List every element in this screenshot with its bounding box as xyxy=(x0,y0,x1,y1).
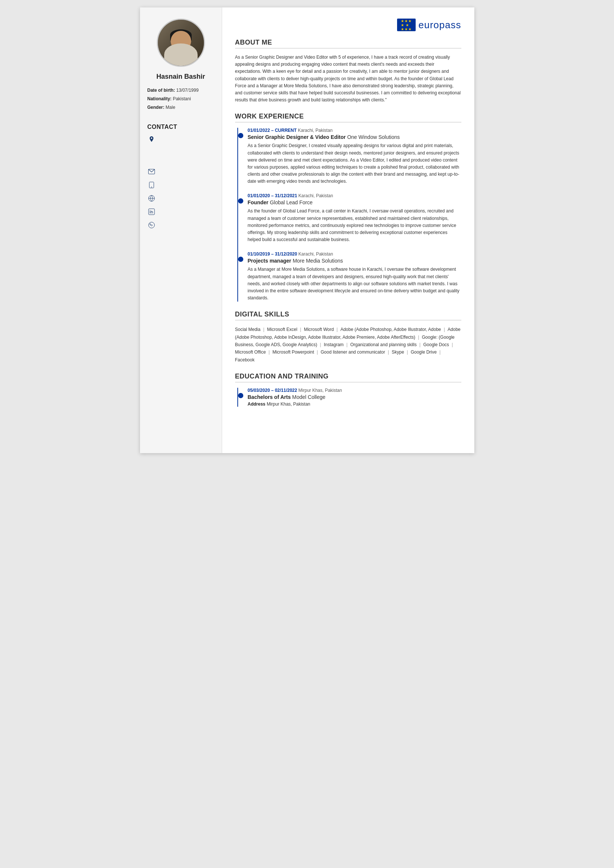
education-title: EDUCATION AND TRAINING xyxy=(235,372,461,383)
work-date-1: 01/01/2022 – CURRENT Karachi, Pakistan xyxy=(248,128,461,133)
contact-linkedin xyxy=(147,208,214,216)
skill-12: Google Drive xyxy=(411,349,437,355)
work-title-2: Founder Global Lead Force xyxy=(248,200,461,205)
europass-logo: ★★★★ ★★★★ europass xyxy=(397,19,461,31)
main-content: ★★★★ ★★★★ europass ABOUT ME As a Senior … xyxy=(222,8,474,453)
timeline-dot-1 xyxy=(238,133,243,138)
person-name: Hasnain Bashir xyxy=(157,73,205,81)
skill-13: Facebook xyxy=(235,357,255,363)
about-title: ABOUT ME xyxy=(235,39,461,49)
skill-3: Adobe (Adobe Photoshop, Adobe Illustrato… xyxy=(340,327,441,332)
resume-page: Hasnain Bashir Date of birth: 13/07/1999… xyxy=(140,8,474,453)
work-entry-2: 01/01/2020 – 31/12/2021 Karachi, Pakista… xyxy=(241,193,461,243)
gender-row: Gender: Male xyxy=(147,104,214,111)
edu-title-1: Bachelors of Arts Model College xyxy=(248,394,461,400)
europass-header: ★★★★ ★★★★ europass xyxy=(235,19,461,31)
work-timeline: 01/01/2022 – CURRENT Karachi, Pakistan S… xyxy=(235,128,461,302)
work-desc-3: As a Manager at More Media Solutions, a … xyxy=(248,266,461,302)
work-title: WORK EXPERIENCE xyxy=(235,113,461,122)
sidebar: Hasnain Bashir Date of birth: 13/07/1999… xyxy=(140,8,222,453)
edu-dot-1 xyxy=(238,393,243,398)
contact-location xyxy=(147,136,214,144)
education-timeline: 05/03/2020 – 02/11/2022 Mirpur Khas, Pak… xyxy=(235,388,461,407)
contact-phone xyxy=(147,181,214,189)
skill-10: Microsoft Powerpoint xyxy=(272,349,314,355)
skill-7: Organizational and planning skills xyxy=(350,342,417,347)
work-title-1: Senior Graphic Designer & Video Editor O… xyxy=(248,134,461,140)
contact-title: CONTACT xyxy=(147,124,214,130)
about-section: ABOUT ME As a Senior Graphic Designer an… xyxy=(235,39,461,104)
phone-icon xyxy=(147,181,156,189)
work-title-3: Projects manager More Media Solutions xyxy=(248,258,461,264)
skill-6: Instagram xyxy=(324,342,344,347)
web-icon xyxy=(147,194,156,202)
contact-web xyxy=(147,194,214,202)
skill-0: Social Media xyxy=(235,327,261,332)
eu-flag: ★★★★ ★★★★ xyxy=(397,19,416,31)
email-icon xyxy=(147,167,156,176)
work-desc-2: As the founder of Global Lead Force, a c… xyxy=(248,208,461,243)
timeline-dot-3 xyxy=(238,257,243,262)
edu-date-1: 05/03/2020 – 02/11/2022 Mirpur Khas, Pak… xyxy=(248,388,461,393)
dob-row: Date of birth: 13/07/1999 xyxy=(147,87,214,94)
linkedin-icon xyxy=(147,208,156,216)
contact-section: CONTACT xyxy=(147,124,214,234)
skill-good-listener: Good listener and communicator xyxy=(321,349,385,355)
skills-title: DIGITAL SKILLS xyxy=(235,310,461,321)
nationality-row: Nationality: Pakistani xyxy=(147,96,214,102)
skill-8: Google Docs xyxy=(423,342,449,347)
eu-stars: ★★★★ ★★★★ xyxy=(401,19,412,31)
svg-point-1 xyxy=(151,187,152,188)
work-date-2: 01/01/2020 – 31/12/2021 Karachi, Pakista… xyxy=(248,193,461,198)
location-icon xyxy=(147,136,156,144)
work-entry-3: 01/10/2019 – 31/12/2020 Karachi, Pakista… xyxy=(241,251,461,302)
skills-section: DIGITAL SKILLS Social Media | Microsoft … xyxy=(235,310,461,364)
whatsapp-icon xyxy=(147,221,156,229)
edu-address-1: Address Mirpur Khas, Pakistan xyxy=(248,401,461,407)
timeline-dot-2 xyxy=(238,198,243,203)
skills-list: Social Media | Microsoft Excel | Microso… xyxy=(235,326,461,364)
avatar xyxy=(157,19,205,67)
personal-info: Date of birth: 13/07/1999 Nationality: P… xyxy=(147,87,214,113)
work-desc-1: As a Senior Graphic Designer, I created … xyxy=(248,142,461,185)
work-entry-1: 01/01/2022 – CURRENT Karachi, Pakistan S… xyxy=(241,128,461,185)
svg-point-4 xyxy=(149,222,155,228)
contact-email xyxy=(147,167,214,176)
europass-brand: europass xyxy=(419,19,461,31)
svg-rect-3 xyxy=(149,209,155,215)
skill-1: Microsoft Excel xyxy=(267,327,297,332)
skill-2: Microsoft Word xyxy=(304,327,333,332)
contact-whatsapp xyxy=(147,221,214,229)
edu-entry-1: 05/03/2020 – 02/11/2022 Mirpur Khas, Pak… xyxy=(241,388,461,407)
work-section: WORK EXPERIENCE 01/01/2022 – CURRENT Kar… xyxy=(235,113,461,302)
about-text: As a Senior Graphic Designer and Video E… xyxy=(235,54,461,104)
work-date-3: 01/10/2019 – 31/12/2020 Karachi, Pakista… xyxy=(248,251,461,257)
skill-11: Skype xyxy=(392,349,404,355)
education-section: EDUCATION AND TRAINING 05/03/2020 – 02/1… xyxy=(235,372,461,407)
skill-9: Microsoft Office xyxy=(235,349,266,355)
